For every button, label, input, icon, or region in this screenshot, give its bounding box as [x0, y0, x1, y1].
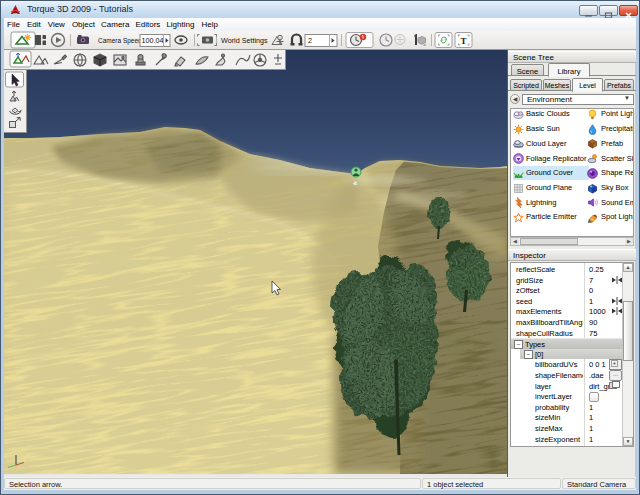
svg-text:100.04: 100.04 — [142, 36, 164, 45]
svg-text:2: 2 — [308, 36, 312, 45]
svg-text:T: T — [461, 36, 467, 46]
svg-text:Camera Speed: Camera Speed — [98, 37, 142, 45]
svg-text:World Settings: World Settings — [221, 36, 268, 45]
